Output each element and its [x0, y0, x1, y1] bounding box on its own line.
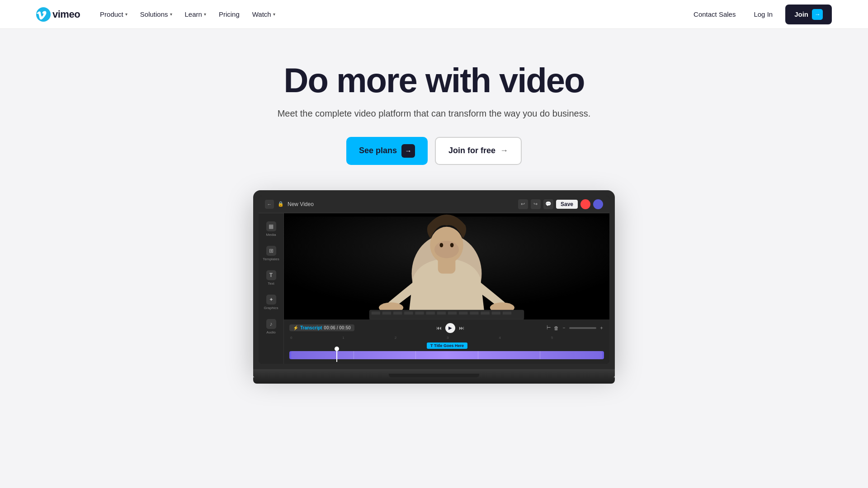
- split-icon[interactable]: ⊢: [547, 325, 551, 331]
- svg-point-8: [450, 243, 454, 247]
- nav-left: vimeo Product ▾ Solutions ▾ Learn ▾ Pric…: [36, 7, 281, 22]
- laptop-screen: ← 🔒 New Video ↩ ↪ 💬 Save: [259, 196, 609, 364]
- nav-right: Contact Sales Log In Join →: [688, 5, 832, 24]
- zoom-in-icon[interactable]: ＋: [599, 324, 604, 331]
- timeline-right-controls: ⊢ 🗑 － ＋: [547, 324, 604, 331]
- hero-buttons: See plans → Join for free →: [346, 137, 522, 165]
- avatar-red: [580, 199, 590, 209]
- nav-product[interactable]: Product ▾: [94, 7, 133, 22]
- login-button[interactable]: Log In: [748, 7, 778, 22]
- tool-audio[interactable]: ♪ Audio: [261, 315, 282, 338]
- segment-div-3: [478, 351, 478, 359]
- playhead-handle[interactable]: [335, 347, 339, 351]
- svg-rect-19: [369, 310, 524, 319]
- solutions-chevron: ▾: [170, 12, 172, 17]
- timeline-area: ⚡ Transcript 00:06 / 00:50 ⏮ ▶ ⏭: [284, 319, 609, 364]
- audio-icon: ♪: [266, 319, 276, 329]
- navbar: vimeo Product ▾ Solutions ▾ Learn ▾ Pric…: [0, 0, 868, 29]
- svg-rect-22: [393, 311, 402, 314]
- avatar-blue: [593, 199, 603, 209]
- tool-graphics-label: Graphics: [264, 306, 278, 310]
- segment-div-4: [540, 351, 540, 359]
- svg-rect-26: [437, 311, 446, 314]
- hero-title: Do more with video: [284, 61, 585, 99]
- timeline-playhead[interactable]: [336, 348, 337, 362]
- nav-items: Product ▾ Solutions ▾ Learn ▾ Pricing Wa…: [94, 7, 281, 22]
- laptop-body: ← 🔒 New Video ↩ ↪ 💬 Save: [253, 190, 615, 369]
- vimeo-logo[interactable]: vimeo: [36, 7, 80, 22]
- marker-0: 0: [290, 336, 342, 340]
- hero-subtitle: Meet the complete video platform that ca…: [278, 108, 591, 119]
- svg-rect-21: [382, 311, 391, 314]
- templates-icon: ⊞: [266, 246, 276, 256]
- svg-point-7: [440, 243, 443, 247]
- watch-chevron: ▾: [273, 12, 275, 17]
- svg-rect-32: [503, 311, 511, 314]
- nav-pricing[interactable]: Pricing: [213, 7, 245, 22]
- skip-forward-button[interactable]: ⏭: [459, 325, 464, 331]
- new-video-label: New Video: [288, 201, 314, 207]
- svg-rect-25: [426, 311, 435, 314]
- marker-4: 4: [499, 336, 551, 340]
- undo-icon[interactable]: ↩: [518, 199, 528, 209]
- topbar-right: ↩ ↪ 💬 Save: [518, 199, 603, 209]
- video-canvas: [284, 213, 609, 319]
- svg-rect-31: [492, 311, 500, 314]
- svg-rect-27: [448, 311, 457, 314]
- transcript-badge[interactable]: ⚡ Transcript 00:06 / 00:50: [289, 324, 354, 331]
- tool-graphics[interactable]: ✦ Graphics: [261, 291, 282, 314]
- timeline-markers: 0 1 2 3 4 5: [289, 336, 604, 340]
- lock-icon: 🔒: [278, 201, 284, 207]
- delete-icon[interactable]: 🗑: [554, 325, 559, 331]
- svg-rect-29: [470, 311, 478, 314]
- join-button[interactable]: Join →: [785, 5, 832, 24]
- svg-point-6: [434, 240, 459, 258]
- join-free-button[interactable]: Join for free →: [435, 137, 522, 165]
- zoom-slider[interactable]: [569, 327, 596, 329]
- tool-text-label: Text: [268, 282, 274, 286]
- learn-chevron: ▾: [204, 12, 206, 17]
- svg-rect-23: [404, 311, 413, 314]
- nav-solutions[interactable]: Solutions ▾: [135, 7, 178, 22]
- contact-sales-link[interactable]: Contact Sales: [688, 7, 741, 22]
- editor-video-area: ⚡ Transcript 00:06 / 00:50 ⏮ ▶ ⏭: [284, 213, 609, 364]
- editor-main: ▦ Media ⊞ Templates T Text ✦: [259, 213, 609, 364]
- svg-rect-20: [372, 311, 380, 314]
- join-free-arrow-icon: →: [500, 146, 508, 155]
- tool-media[interactable]: ▦ Media: [261, 218, 282, 240]
- see-plans-button[interactable]: See plans →: [346, 137, 428, 165]
- comments-icon[interactable]: 💬: [543, 199, 553, 209]
- save-button[interactable]: Save: [556, 200, 578, 209]
- editor-sidebar: ▦ Media ⊞ Templates T Text ✦: [259, 213, 284, 364]
- segment-div-1: [354, 351, 354, 359]
- play-button[interactable]: ▶: [445, 323, 455, 333]
- back-button[interactable]: ←: [265, 200, 274, 209]
- text-icon: T: [266, 270, 276, 280]
- segment-div-2: [415, 351, 416, 359]
- time-display: 00:06 / 00:50: [324, 325, 351, 330]
- tool-templates-label: Templates: [263, 257, 279, 261]
- redo-icon[interactable]: ↪: [531, 199, 541, 209]
- playback-controls: ⏮ ▶ ⏭: [436, 323, 464, 333]
- graphics-icon: ✦: [266, 295, 276, 305]
- join-arrow-icon: →: [812, 9, 823, 20]
- skip-back-button[interactable]: ⏮: [436, 325, 442, 331]
- laptop-foot: [253, 377, 615, 384]
- timeline-track[interactable]: [289, 351, 604, 359]
- title-caption: T Title Goes Here: [427, 343, 467, 349]
- vimeo-logo-icon: [36, 7, 51, 22]
- marker-1: 1: [342, 336, 394, 340]
- nav-watch[interactable]: Watch ▾: [247, 7, 281, 22]
- screen-topbar: ← 🔒 New Video ↩ ↪ 💬 Save: [259, 196, 609, 213]
- svg-rect-28: [459, 311, 467, 314]
- laptop-base: [253, 369, 615, 377]
- zoom-out-icon[interactable]: －: [561, 324, 566, 331]
- product-chevron: ▾: [125, 12, 127, 17]
- tool-templates[interactable]: ⊞ Templates: [261, 242, 282, 265]
- laptop-mockup: ← 🔒 New Video ↩ ↪ 💬 Save: [253, 190, 615, 384]
- marker-2: 2: [395, 336, 447, 340]
- tool-text[interactable]: T Text: [261, 267, 282, 289]
- media-icon: ▦: [266, 221, 276, 231]
- nav-learn[interactable]: Learn ▾: [179, 7, 212, 22]
- logo-text: vimeo: [52, 9, 80, 20]
